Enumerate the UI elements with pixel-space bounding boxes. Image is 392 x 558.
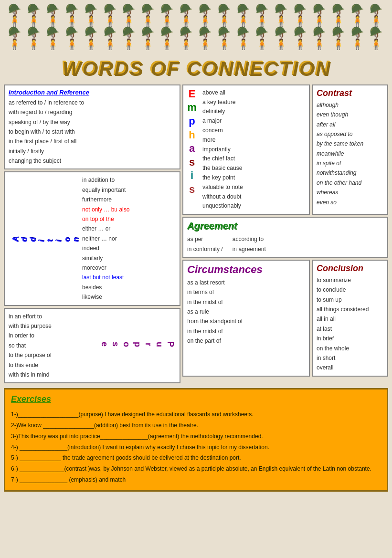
soldier-icon: 🪖🧍	[25, 27, 44, 50]
exercise-item-2: 2-)We know ________________(addition) be…	[11, 420, 381, 431]
exercise-item-5: 5-) _____________ the trade agreement go…	[11, 453, 381, 463]
purpose-line: with this purpose	[9, 321, 97, 331]
emphasis-letter-s: s	[189, 156, 195, 169]
circumstances-card: Circumstances as a last resort in terms …	[182, 260, 310, 377]
title-area: WORDS OF CONNECTION	[0, 52, 392, 83]
soldier-icon: 🪖🧍	[348, 4, 367, 27]
circumstances-line: in terms of	[187, 287, 305, 297]
circumstances-line: from the standpoint of	[187, 316, 305, 326]
emphasis-line: the basic cause	[202, 164, 243, 173]
purpose-line: to the purpose of	[9, 350, 97, 360]
addition-line: equally important	[82, 185, 129, 195]
addition-line: on top of the	[82, 214, 129, 224]
emphasis-line: valuable to note	[202, 183, 243, 192]
emphasis-letter-i: i	[191, 169, 193, 183]
emphasis-line: without a doubt	[202, 192, 243, 202]
contrast-line: by the same token	[317, 139, 383, 148]
soldier-icon: 🪖🧍	[6, 4, 25, 27]
conclusion-card: Conclusion to summarize to conclude to s…	[312, 260, 388, 377]
purpose-line: in an effort to	[9, 312, 97, 321]
soldier-icon: 🪖🧍	[234, 27, 253, 50]
purpose-line: in order to	[9, 331, 97, 340]
page-title: WORDS OF CONNECTION	[62, 57, 330, 80]
soldier-icon: 🪖🧍	[44, 27, 63, 50]
contrast-line: after all	[317, 120, 383, 129]
soldier-row-1: 🪖🧍 🪖🧍 🪖🧍 🪖🧍 🪖🧍 🪖🧍 🪖🧍 🪖🧍 🪖🧍 🪖🧍 🪖🧍 🪖🧍 🪖🧍 🪖…	[2, 4, 390, 27]
emphasis-card: E m p h a s i s above all a key feature …	[182, 84, 310, 215]
agreement-line: as per	[187, 234, 223, 244]
intro-line: with regard to / regarding	[9, 107, 176, 117]
intro-line: as referred to / in reference to	[9, 98, 176, 107]
contrast-line: although	[317, 100, 383, 110]
circumstances-line: in the midst of	[187, 297, 305, 307]
circumstances-content: as a last resort in terms of in the mids…	[187, 278, 305, 346]
soldier-icon: 🪖🧍	[6, 27, 25, 50]
emphasis-letter-s2: s	[189, 183, 195, 197]
agreement-left: as per in conformity /	[187, 234, 223, 254]
soldier-row-2: 🪖🧍 🪖🧍 🪖🧍 🪖🧍 🪖🧍 🪖🧍 🪖🧍 🪖🧍 🪖🧍 🪖🧍 🪖🧍 🪖🧍 🪖🧍 🪖…	[2, 27, 390, 50]
contrast-line: even so	[317, 198, 383, 207]
contrast-title: Contrast	[317, 88, 383, 98]
page: 🪖🧍 🪖🧍 🪖🧍 🪖🧍 🪖🧍 🪖🧍 🪖🧍 🪖🧍 🪖🧍 🪖🧍 🪖🧍 🪖🧍 🪖🧍 🪖…	[0, 0, 392, 492]
conclusion-content: to summarize to conclude to sum up all t…	[317, 275, 383, 373]
addition-line: furthermore	[82, 195, 129, 204]
purpose-card: in an effort to with this purpose in ord…	[4, 308, 180, 384]
agreement-title: Agreement	[187, 221, 383, 232]
conclusion-line: in short	[317, 353, 383, 363]
addition-line: in addition to	[82, 175, 129, 185]
emphasis-letter-h: h	[189, 128, 195, 142]
conclusion-line: in brief	[317, 334, 383, 343]
agreement-card: Agreement as per in conformity / accordi…	[182, 217, 388, 258]
addition-line: either … or	[82, 224, 129, 233]
exercise-item-1: 1-)___________________(purpose) I have d…	[11, 409, 381, 420]
emphasis-letter-e: E	[189, 87, 196, 101]
conclusion-title: Conclusion	[317, 263, 383, 274]
conclusion-line: overall	[317, 363, 383, 372]
emphasis-line: a major	[202, 116, 243, 126]
circumstances-line: in the midst of	[187, 326, 305, 336]
soldier-icon: 🪖🧍	[82, 4, 101, 27]
soldier-icon: 🪖🧍	[120, 4, 139, 27]
agreement-line: in agreement	[233, 244, 266, 254]
intro-line: changing the subject	[9, 156, 176, 166]
circumstances-title: Circumstances	[187, 263, 305, 276]
soldier-icon: 🪖🧍	[63, 27, 82, 50]
circumstances-line: on the part of	[187, 336, 305, 346]
soldier-icon: 🪖🧍	[139, 27, 158, 50]
purpose-line: to this ende	[9, 360, 97, 370]
soldier-icon: 🪖🧍	[44, 4, 63, 27]
addition-line: likewise	[82, 292, 129, 302]
exercises-title: Exercises	[11, 394, 381, 404]
conclusion-line: to conclude	[317, 285, 383, 295]
soldier-icon: 🪖🧍	[253, 27, 272, 50]
contrast-card: Contrast although even though after all …	[312, 84, 388, 215]
soldier-icon: 🪖🧍	[120, 27, 139, 50]
intro-line: to begin with / to start with	[9, 127, 176, 137]
soldier-icon: 🪖🧍	[329, 27, 348, 50]
soldier-icon: 🪖🧍	[329, 4, 348, 27]
circumstances-line: as a rule	[187, 307, 305, 316]
exercise-item-6: 6-) ______________(contrast )was, by Joh…	[11, 463, 381, 474]
soldier-icon: 🪖🧍	[253, 4, 272, 27]
addition-line: last but not least	[82, 273, 129, 282]
main-content-grid: Introduction and Reference as referred t…	[0, 83, 392, 386]
purpose-line: with this in mind	[9, 370, 97, 379]
emphasis-letter-a: a	[189, 142, 195, 156]
intro-title-text: Introduction and Reference	[9, 89, 89, 96]
addition-sidebar-label: Addition	[11, 235, 80, 242]
addition-line: indeed	[82, 243, 129, 253]
addition-content: in addition to equally important further…	[80, 175, 129, 302]
soldier-icon: 🪖🧍	[82, 27, 101, 50]
addition-sidebar: Addition	[9, 175, 80, 302]
emphasis-line: definitely	[202, 107, 243, 116]
contrast-line: in spite of	[317, 158, 383, 168]
introduction-title: Introduction and Reference	[9, 88, 176, 96]
circumstances-line: as a last resort	[187, 278, 305, 287]
soldier-icon: 🪖🧍	[177, 27, 196, 50]
purpose-content: in an effort to with this purpose in ord…	[9, 312, 97, 380]
addition-line: besides	[82, 283, 129, 292]
soldier-banner: 🪖🧍 🪖🧍 🪖🧍 🪖🧍 🪖🧍 🪖🧍 🪖🧍 🪖🧍 🪖🧍 🪖🧍 🪖🧍 🪖🧍 🪖🧍 🪖…	[0, 0, 392, 52]
addition-line: not only … bu also	[82, 205, 129, 214]
soldier-icon: 🪖🧍	[158, 27, 177, 50]
exercise-item-3: 3-)This theory was put into practice____…	[11, 431, 381, 442]
